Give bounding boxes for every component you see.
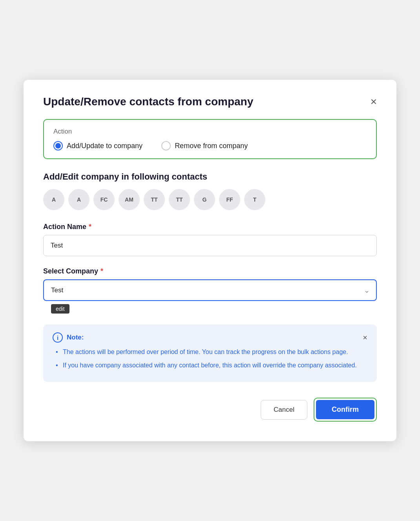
- radio-add-update[interactable]: Add/Update to company: [53, 141, 142, 150]
- avatar: A: [43, 189, 64, 210]
- select-company-wrapper: Test ⌄: [43, 279, 377, 301]
- info-icon: i: [53, 332, 63, 343]
- avatar: AM: [119, 189, 140, 210]
- edit-tooltip: edit: [51, 304, 69, 314]
- note-title: Note:: [67, 334, 84, 341]
- radio-circle-add-update: [53, 141, 63, 150]
- action-name-required: *: [89, 223, 91, 231]
- avatar: FF: [219, 189, 240, 210]
- avatar: FC: [93, 189, 115, 210]
- action-box: Action Add/Update to company Remove from…: [43, 119, 377, 159]
- cancel-button[interactable]: Cancel: [261, 400, 307, 420]
- radio-circle-remove: [161, 141, 171, 150]
- confirm-btn-wrapper: Confirm: [314, 398, 377, 422]
- avatar: A: [68, 189, 89, 210]
- contacts-section-title: Add/Edit company in following contacts: [43, 172, 377, 182]
- avatars-row: AAFCAMTTTTGFFT: [43, 189, 377, 210]
- confirm-button[interactable]: Confirm: [316, 400, 374, 419]
- radio-add-update-label: Add/Update to company: [67, 142, 142, 150]
- avatar: TT: [169, 189, 190, 210]
- select-company-required: *: [100, 267, 103, 275]
- note-list: The actions will be performed over perio…: [53, 347, 367, 370]
- note-header: i Note: ×: [53, 332, 367, 343]
- note-close-button[interactable]: ×: [363, 333, 367, 342]
- note-list-item: The actions will be performed over perio…: [56, 347, 367, 357]
- note-title-row: i Note:: [53, 332, 84, 343]
- avatar: TT: [144, 189, 165, 210]
- note-box: i Note: × The actions will be performed …: [43, 325, 377, 382]
- select-company-input[interactable]: Test: [43, 279, 377, 301]
- radio-group: Add/Update to company Remove from compan…: [53, 141, 367, 150]
- avatar: T: [244, 189, 265, 210]
- radio-remove[interactable]: Remove from company: [161, 141, 248, 150]
- modal-title: Update/Remove contacts from company: [43, 95, 253, 108]
- modal-close-button[interactable]: ×: [371, 96, 377, 107]
- action-name-input[interactable]: [43, 235, 377, 256]
- action-name-label: Action Name *: [43, 223, 377, 231]
- footer-buttons: Cancel Confirm: [43, 398, 377, 422]
- update-remove-modal: Update/Remove contacts from company × Ac…: [24, 80, 396, 441]
- select-company-label: Select Company *: [43, 267, 377, 275]
- action-section-label: Action: [53, 128, 367, 136]
- avatar: G: [194, 189, 215, 210]
- note-list-item: If you have company associated with any …: [56, 361, 367, 370]
- modal-header: Update/Remove contacts from company ×: [43, 95, 377, 108]
- radio-remove-label: Remove from company: [175, 142, 248, 150]
